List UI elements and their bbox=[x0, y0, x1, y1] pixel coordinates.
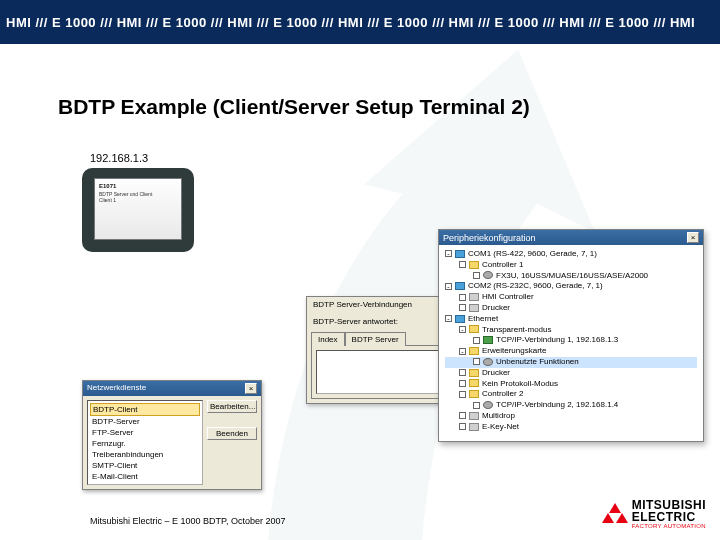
tab-index[interactable]: Index bbox=[311, 332, 345, 346]
plug-icon bbox=[469, 423, 479, 431]
dialog-title: Netzwerkdienste bbox=[87, 383, 146, 394]
tree-node[interactable]: -COM2 (RS-232C, 9600, Gerade, 7, 1) bbox=[445, 281, 697, 292]
plug-icon bbox=[469, 412, 479, 420]
green-icon bbox=[483, 336, 493, 344]
folder-icon bbox=[469, 390, 479, 398]
gear-icon bbox=[483, 401, 493, 409]
list-item[interactable]: E-Mail-Client bbox=[90, 471, 200, 482]
edit-button[interactable]: Bearbeiten... bbox=[207, 400, 257, 413]
services-list[interactable]: BDTP-ClientBDTP-ServerFTP-ServerFernzugr… bbox=[87, 400, 203, 485]
network-services-dialog: Netzwerkdienste × BDTP-ClientBDTP-Server… bbox=[82, 380, 262, 490]
tree-node[interactable]: HMI Controller bbox=[445, 292, 697, 303]
footer-text: Mitsubishi Electric – E 1000 BDTP, Octob… bbox=[90, 516, 285, 526]
slide-title: BDTP Example (Client/Server Setup Termin… bbox=[58, 95, 530, 119]
folder-icon bbox=[469, 379, 479, 387]
tree-node[interactable]: Controller 1 bbox=[445, 260, 697, 271]
tree-node[interactable]: -Ethernet bbox=[445, 314, 697, 325]
folder-icon bbox=[469, 369, 479, 377]
top-banner: HMI /// E 1000 /// HMI /// E 1000 /// HM… bbox=[0, 0, 720, 44]
monitor-icon bbox=[455, 250, 465, 258]
plug-icon bbox=[469, 304, 479, 312]
gear-icon bbox=[483, 358, 493, 366]
list-item[interactable]: BDTP-Client bbox=[90, 403, 200, 416]
tree-node[interactable]: TCP/IP-Verbindung 1, 192.168.1.3 bbox=[445, 335, 697, 346]
list-item[interactable]: Fernzugr. bbox=[90, 438, 200, 449]
ip-address-label: 192.168.1.3 bbox=[90, 152, 148, 164]
tree-node[interactable]: Kein Protokoll-Modus bbox=[445, 379, 697, 390]
monitor-icon bbox=[455, 282, 465, 290]
folder-icon bbox=[469, 261, 479, 269]
plug-icon bbox=[469, 293, 479, 301]
close-button[interactable]: Beenden bbox=[207, 427, 257, 440]
list-item[interactable]: Treiberanbindungen bbox=[90, 449, 200, 460]
tree-node[interactable]: Unbenutzte Funktionen bbox=[445, 357, 697, 368]
tree-node[interactable]: FX3U, 16USS/MUASE/16USS/ASE/A2000 bbox=[445, 271, 697, 282]
tree-node[interactable]: Drucker bbox=[445, 303, 697, 314]
monitor-icon bbox=[455, 315, 465, 323]
list-item[interactable]: SMTP-Client bbox=[90, 460, 200, 471]
close-icon[interactable]: × bbox=[245, 383, 257, 394]
close-icon[interactable]: × bbox=[687, 232, 699, 243]
folder-icon bbox=[469, 347, 479, 355]
hmi-screen: E1071 BDTP Server und Client Client 1 bbox=[94, 178, 182, 240]
config-tree[interactable]: -COM1 (RS-422, 9600, Gerade, 7, 1)Contro… bbox=[439, 245, 703, 441]
tree-node[interactable]: -Erweiterungskarte bbox=[445, 346, 697, 357]
tree-node[interactable]: -COM1 (RS-422, 9600, Gerade, 7, 1) bbox=[445, 249, 697, 260]
tree-node[interactable]: Controller 2 bbox=[445, 389, 697, 400]
tree-node[interactable]: Drucker bbox=[445, 368, 697, 379]
hmi-device-illustration: E1071 BDTP Server und Client Client 1 bbox=[82, 168, 194, 252]
tree-node[interactable]: -Transparent-modus bbox=[445, 325, 697, 336]
tree-node[interactable]: TCP/IP-Verbindung 2, 192.168.1.4 bbox=[445, 400, 697, 411]
tree-node[interactable]: E-Key-Net bbox=[445, 422, 697, 433]
peripheral-config-dialog: Peripheriekonfiguration × -COM1 (RS-422,… bbox=[438, 229, 704, 442]
dialog-title: Peripheriekonfiguration bbox=[443, 233, 536, 243]
mitsubishi-logo: MITSUBISHI ELECTRIC FACTORY AUTOMATION bbox=[602, 499, 706, 530]
mitsubishi-triangles-icon bbox=[602, 503, 628, 525]
list-item[interactable]: BDTP-Server bbox=[90, 416, 200, 427]
list-item[interactable]: FTP-Server bbox=[90, 427, 200, 438]
gear-icon bbox=[483, 271, 493, 279]
tab-bdtp-server[interactable]: BDTP Server bbox=[345, 332, 406, 346]
server-table[interactable] bbox=[316, 350, 440, 394]
tree-node[interactable]: Multidrop bbox=[445, 411, 697, 422]
folder-icon bbox=[469, 325, 479, 333]
